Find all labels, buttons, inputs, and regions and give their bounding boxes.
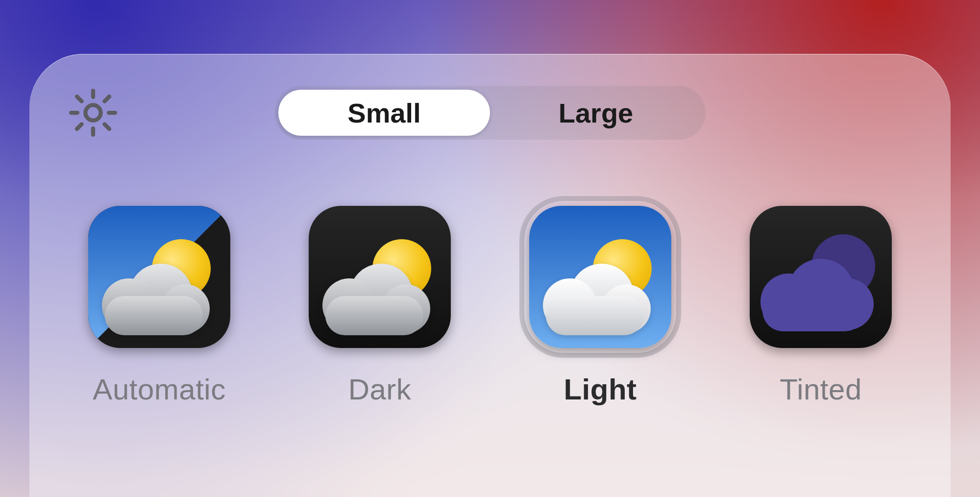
svg-point-0 bbox=[85, 105, 100, 120]
weather-icon-dark bbox=[309, 206, 451, 348]
appearance-icon-wrap bbox=[745, 201, 897, 353]
appearance-icon-wrap bbox=[304, 201, 456, 353]
appearance-icon-wrap bbox=[524, 201, 676, 353]
appearance-label: Light bbox=[564, 373, 637, 406]
size-segmented-control[interactable]: Small Large bbox=[274, 86, 706, 140]
weather-icon-light bbox=[529, 206, 671, 348]
segment-small[interactable]: Small bbox=[278, 90, 490, 136]
brightness-button[interactable] bbox=[64, 83, 122, 142]
appearance-option-light[interactable]: Light bbox=[512, 201, 688, 406]
appearance-option-automatic[interactable]: Automatic bbox=[71, 201, 247, 406]
cloud-icon bbox=[760, 259, 863, 323]
appearance-option-tinted[interactable]: Tinted bbox=[733, 201, 909, 406]
appearance-options: Automatic Dark bbox=[29, 201, 951, 406]
weather-icon-automatic bbox=[88, 206, 230, 348]
svg-line-6 bbox=[104, 124, 109, 129]
segment-large[interactable]: Large bbox=[490, 90, 702, 136]
cloud-icon bbox=[543, 264, 641, 323]
appearance-label: Automatic bbox=[93, 373, 225, 406]
appearance-option-dark[interactable]: Dark bbox=[292, 201, 468, 406]
customize-panel: Small Large Automatic bbox=[29, 54, 951, 497]
appearance-icon-wrap bbox=[83, 201, 235, 353]
panel-topbar: Small Large bbox=[29, 78, 951, 147]
appearance-label: Dark bbox=[348, 373, 412, 406]
weather-icon-tinted bbox=[750, 206, 892, 348]
cloud-icon bbox=[102, 264, 200, 323]
appearance-label: Tinted bbox=[780, 373, 862, 406]
brightness-icon bbox=[66, 86, 120, 140]
cloud-icon bbox=[322, 264, 420, 323]
svg-line-8 bbox=[104, 97, 109, 101]
svg-line-5 bbox=[77, 97, 82, 101]
svg-line-7 bbox=[77, 124, 82, 129]
